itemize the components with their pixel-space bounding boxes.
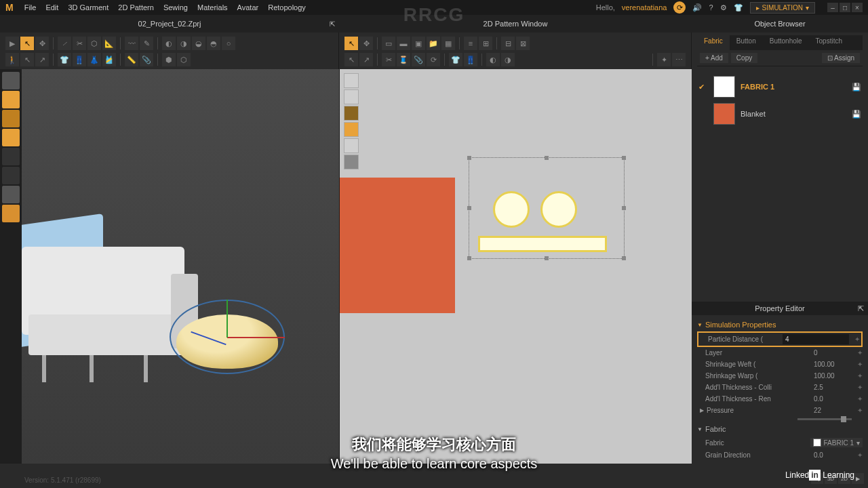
- tool-icon[interactable]: ◒: [192, 37, 205, 50]
- prop-value[interactable]: 22: [811, 407, 852, 414]
- reset-icon[interactable]: ✦: [852, 349, 863, 357]
- reset-icon[interactable]: ✦: [852, 384, 863, 391]
- tool-icon[interactable]: [344, 106, 359, 121]
- tool-icon[interactable]: ▦: [441, 37, 455, 50]
- prop-value[interactable]: 2.5: [811, 384, 852, 391]
- pressure-slider[interactable]: [797, 418, 852, 420]
- tool-icon[interactable]: ◐: [486, 53, 500, 66]
- side-active-icon[interactable]: [2, 91, 20, 108]
- tool-move-icon[interactable]: ✥: [35, 37, 49, 50]
- add-button[interactable]: + Add: [700, 53, 728, 63]
- settings-icon[interactable]: ⚙: [720, 3, 727, 12]
- tool-select-2d-icon[interactable]: ↖: [344, 37, 358, 50]
- side-icon[interactable]: [2, 167, 20, 184]
- tool-icon[interactable]: 👗: [87, 53, 101, 66]
- reset-icon[interactable]: ✦: [849, 336, 860, 343]
- tool-icon[interactable]: ⟳: [427, 53, 440, 66]
- tool-icon[interactable]: 🎽: [102, 53, 116, 66]
- save-icon[interactable]: 💾: [852, 83, 861, 92]
- tool-icon[interactable]: [344, 138, 359, 153]
- reset-icon[interactable]: ✦: [852, 395, 863, 403]
- pattern-circle-1[interactable]: [493, 191, 530, 228]
- tool-icon[interactable]: [344, 155, 359, 169]
- pattern-circle-2[interactable]: [540, 191, 577, 228]
- fabric-select[interactable]: FABRIC 1 ▾: [810, 438, 863, 447]
- tool-icon[interactable]: ◑: [177, 37, 191, 50]
- tool-icon[interactable]: ✂: [382, 53, 395, 66]
- particle-distance-input[interactable]: [783, 334, 849, 344]
- reset-icon[interactable]: ✦: [852, 451, 863, 459]
- help-icon[interactable]: ?: [709, 3, 713, 12]
- tool-icon[interactable]: ✦: [657, 53, 671, 66]
- tool-icon[interactable]: ◑: [501, 53, 515, 66]
- tool-icon[interactable]: 👕: [449, 53, 462, 66]
- tab-2d-window[interactable]: 2D Pattern Window: [339, 15, 692, 33]
- tool-play-icon[interactable]: ▶: [5, 37, 19, 50]
- tool-icon[interactable]: 📎: [140, 53, 153, 66]
- tool-icon[interactable]: ↖: [20, 53, 34, 66]
- tool-avatar-icon[interactable]: 🚶: [5, 53, 19, 66]
- hanger-icon[interactable]: 👕: [734, 3, 743, 12]
- tab-fabric[interactable]: Fabric: [697, 35, 730, 50]
- tool-icon[interactable]: ⊠: [516, 37, 530, 50]
- tool-icon[interactable]: ⟋: [58, 37, 71, 50]
- tool-icon[interactable]: ≡: [464, 37, 477, 50]
- viewport-2d[interactable]: [339, 69, 692, 464]
- tool-icon[interactable]: [344, 122, 359, 137]
- side-garment-icon[interactable]: [2, 72, 20, 89]
- tool-icon[interactable]: 🧵: [397, 53, 410, 66]
- menu-2d-pattern[interactable]: 2D Pattern: [118, 3, 154, 12]
- side-icon[interactable]: [2, 205, 20, 222]
- prop-value[interactable]: 0.0: [811, 395, 852, 403]
- section-simulation[interactable]: ▼Simulation Properties: [697, 318, 863, 331]
- tool-icon[interactable]: [344, 89, 359, 104]
- side-icon[interactable]: [2, 148, 20, 165]
- tool-select-icon[interactable]: ↖: [20, 37, 34, 50]
- side-avatar-icon[interactable]: [2, 186, 20, 203]
- tab-button[interactable]: Button: [730, 35, 763, 50]
- tool-icon[interactable]: ⊞: [479, 37, 492, 50]
- prop-value[interactable]: 100.00: [811, 361, 852, 368]
- reset-icon[interactable]: ✦: [852, 361, 863, 368]
- tool-icon[interactable]: ⬡: [177, 53, 191, 66]
- tool-icon[interactable]: 📐: [102, 37, 116, 50]
- tool-icon[interactable]: ↖: [344, 53, 358, 66]
- menu-materials[interactable]: Materials: [197, 3, 228, 12]
- tab-topstitch[interactable]: Topstitch: [809, 35, 849, 50]
- axis-x[interactable]: [227, 337, 285, 338]
- side-icon[interactable]: [2, 129, 20, 146]
- tool-folder-icon[interactable]: 📁: [427, 37, 440, 50]
- tool-icon[interactable]: ◐: [162, 37, 176, 50]
- save-icon[interactable]: 💾: [852, 110, 861, 119]
- volume-icon[interactable]: 🔊: [692, 3, 702, 12]
- tool-icon[interactable]: ◓: [207, 37, 220, 50]
- tool-icon[interactable]: ✂: [73, 37, 86, 50]
- tool-icon[interactable]: ↗: [359, 53, 373, 66]
- prop-label[interactable]: Pressure: [704, 407, 811, 414]
- tool-icon[interactable]: 📏: [125, 53, 138, 66]
- menu-file[interactable]: File: [24, 3, 37, 12]
- menu-avatar[interactable]: Avatar: [237, 3, 259, 12]
- reset-icon[interactable]: ✦: [852, 407, 863, 414]
- tool-icon[interactable]: ✥: [359, 37, 373, 50]
- tool-icon[interactable]: ▬: [397, 37, 410, 50]
- assign-button[interactable]: ⊡ Assign: [822, 53, 860, 63]
- menu-3d-garment[interactable]: 3D Garment: [68, 3, 108, 12]
- tab-3d-window[interactable]: 02_Project_02.Zprj⇱: [0, 15, 339, 33]
- fabric-item[interactable]: Blanket 💾: [696, 100, 864, 127]
- tool-icon[interactable]: 〰: [125, 37, 138, 50]
- menu-sewing[interactable]: Sewing: [163, 3, 188, 12]
- tool-icon[interactable]: ⋯: [672, 53, 686, 66]
- fabric-swatch[interactable]: [713, 76, 735, 98]
- tool-icon[interactable]: ↗: [35, 53, 49, 66]
- simulation-mode-button[interactable]: ▸ SIMULATION ▾: [750, 2, 815, 14]
- tool-icon[interactable]: 👖: [73, 53, 86, 66]
- tool-icon[interactable]: ▭: [382, 37, 395, 50]
- tool-grid-icon[interactable]: ⊟: [501, 37, 515, 50]
- pattern-bar[interactable]: [478, 236, 607, 252]
- reset-icon[interactable]: ✦: [852, 372, 863, 380]
- username[interactable]: verenatatiana: [622, 3, 667, 12]
- close-button[interactable]: ×: [852, 3, 863, 12]
- minimize-button[interactable]: –: [827, 3, 838, 12]
- popout-icon[interactable]: ⇱: [858, 304, 864, 313]
